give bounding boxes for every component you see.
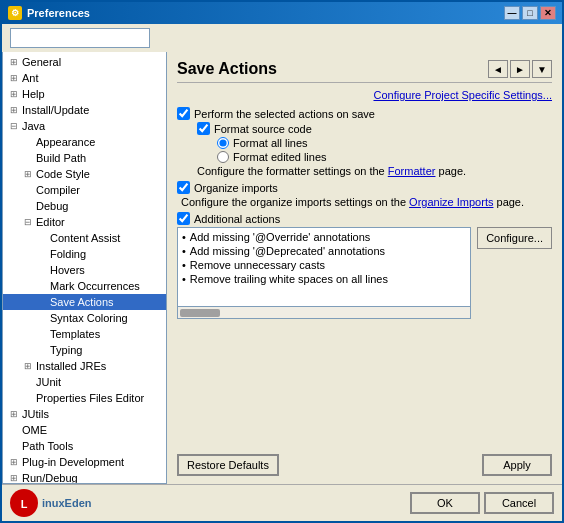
organize-imports-info-prefix: Configure the organize imports settings … <box>181 196 409 208</box>
expand-icon-typing <box>35 343 49 357</box>
horizontal-scrollbar[interactable] <box>177 307 471 319</box>
expand-icon-syntax-coloring <box>35 311 49 325</box>
scrollbar-thumb <box>180 309 220 317</box>
preferences-window: ⚙ Preferences — □ ✕ ⊞ General ⊞ Ant <box>0 0 564 523</box>
additional-actions-row: Additional actions <box>177 212 552 225</box>
organize-imports-info-suffix: page. <box>493 196 524 208</box>
formatter-info-text: Configure the formatter settings on the … <box>197 165 552 177</box>
action-item-4-text: Remove trailing white spaces on all line… <box>190 273 388 285</box>
maximize-button[interactable]: □ <box>522 6 538 20</box>
perform-on-save-row: Perform the selected actions on save <box>177 107 552 120</box>
expand-icon-appearance <box>21 135 35 149</box>
action-item-2-text: Add missing '@Deprecated' annotations <box>190 245 385 257</box>
expand-icon-plug-in-development: ⊞ <box>7 455 21 469</box>
expand-icon-ome <box>7 423 21 437</box>
format-source-code-checkbox[interactable] <box>197 122 210 135</box>
format-all-lines-radio[interactable] <box>217 137 229 149</box>
sidebar-item-code-style[interactable]: ⊞ Code Style <box>3 166 166 182</box>
organize-imports-info-text: Configure the organize imports settings … <box>181 196 552 208</box>
sidebar-item-appearance[interactable]: Appearance <box>3 134 166 150</box>
panel-toolbar: ◄ ► ▼ <box>488 60 552 78</box>
search-input[interactable] <box>10 28 150 48</box>
organize-imports-checkbox[interactable] <box>177 181 190 194</box>
sidebar-item-compiler[interactable]: Compiler <box>3 182 166 198</box>
cancel-button[interactable]: Cancel <box>484 492 554 514</box>
additional-actions-label: Additional actions <box>194 213 280 225</box>
format-source-section: Format source code Format all lines Form… <box>197 122 552 177</box>
formatter-info-suffix: page. <box>435 165 466 177</box>
panel-title: Save Actions <box>177 60 277 78</box>
restore-defaults-button[interactable]: Restore Defaults <box>177 454 279 476</box>
sidebar-item-install-update[interactable]: ⊞ Install/Update <box>3 102 166 118</box>
sidebar-item-editor[interactable]: ⊟ Editor <box>3 214 166 230</box>
logo-svg: L <box>10 489 38 517</box>
sidebar-item-content-assist[interactable]: Content Assist <box>3 230 166 246</box>
action-item-3: Remove unnecessary casts <box>180 258 468 272</box>
sidebar-item-run-debug[interactable]: ⊞ Run/Debug <box>3 470 166 484</box>
additional-actions-content: Add missing '@Override' annotations Add … <box>177 227 552 319</box>
sidebar-item-debug[interactable]: Debug <box>3 198 166 214</box>
sidebar-item-path-tools[interactable]: Path Tools <box>3 438 166 454</box>
sidebar-item-typing[interactable]: Typing <box>3 342 166 358</box>
close-button[interactable]: ✕ <box>540 6 556 20</box>
sidebar-item-general[interactable]: ⊞ General <box>3 54 166 70</box>
format-edited-lines-radio[interactable] <box>217 151 229 163</box>
configure-project-link-container: Configure Project Specific Settings... <box>177 89 552 101</box>
sidebar-item-ome[interactable]: OME <box>3 422 166 438</box>
expand-icon-install-update: ⊞ <box>7 103 21 117</box>
menu-button[interactable]: ▼ <box>532 60 552 78</box>
sidebar-item-help[interactable]: ⊞ Help <box>3 86 166 102</box>
expand-icon-junit <box>21 375 35 389</box>
format-all-lines-row: Format all lines <box>217 137 552 149</box>
organize-imports-row: Organize imports <box>177 181 552 194</box>
expand-icon-templates <box>35 327 49 341</box>
expand-icon-help: ⊞ <box>7 87 21 101</box>
additional-actions-checkbox[interactable] <box>177 212 190 225</box>
titlebar: ⚙ Preferences — □ ✕ <box>2 2 562 24</box>
sidebar-item-plug-in-development[interactable]: ⊞ Plug-in Development <box>3 454 166 470</box>
expand-icon-build-path <box>21 151 35 165</box>
ok-button[interactable]: OK <box>410 492 480 514</box>
sidebar-item-folding[interactable]: Folding <box>3 246 166 262</box>
window-title: Preferences <box>27 7 504 19</box>
format-all-lines-label: Format all lines <box>233 137 308 149</box>
expand-icon-java: ⊟ <box>7 119 21 133</box>
expand-icon-debug <box>21 199 35 213</box>
minimize-button[interactable]: — <box>504 6 520 20</box>
sidebar-item-properties-files-editor[interactable]: Properties Files Editor <box>3 390 166 406</box>
search-bar <box>2 24 562 52</box>
expand-icon-properties-files-editor <box>21 391 35 405</box>
apply-button[interactable]: Apply <box>482 454 552 476</box>
sidebar-item-build-path[interactable]: Build Path <box>3 150 166 166</box>
sidebar-item-jutils[interactable]: ⊞ JUtils <box>3 406 166 422</box>
sidebar-item-templates[interactable]: Templates <box>3 326 166 342</box>
restore-apply-bar: Restore Defaults Apply <box>177 448 552 476</box>
action-item-4: Remove trailing white spaces on all line… <box>180 272 468 286</box>
expand-icon-installed-jres: ⊞ <box>21 359 35 373</box>
svg-text:L: L <box>21 498 28 510</box>
action-item-3-text: Remove unnecessary casts <box>190 259 325 271</box>
formatter-link[interactable]: Formatter <box>388 165 436 177</box>
configure-project-link[interactable]: Configure Project Specific Settings... <box>373 89 552 101</box>
expand-icon-hovers <box>35 263 49 277</box>
panel-header: Save Actions ◄ ► ▼ <box>177 60 552 83</box>
sidebar-item-junit[interactable]: JUnit <box>3 374 166 390</box>
window-icon: ⚙ <box>8 6 22 20</box>
expand-icon-save-actions <box>35 295 49 309</box>
back-button[interactable]: ◄ <box>488 60 508 78</box>
sidebar-item-mark-occurrences[interactable]: Mark Occurrences <box>3 278 166 294</box>
organize-imports-link[interactable]: Organize Imports <box>409 196 493 208</box>
sidebar-item-syntax-coloring[interactable]: Syntax Coloring <box>3 310 166 326</box>
forward-button[interactable]: ► <box>510 60 530 78</box>
perform-on-save-checkbox[interactable] <box>177 107 190 120</box>
sidebar-item-java[interactable]: ⊟ Java <box>3 118 166 134</box>
sidebar-item-save-actions[interactable]: Save Actions <box>3 294 166 310</box>
action-item-1: Add missing '@Override' annotations <box>180 230 468 244</box>
sidebar-item-hovers[interactable]: Hovers <box>3 262 166 278</box>
configure-button[interactable]: Configure... <box>477 227 552 249</box>
right-panel: Save Actions ◄ ► ▼ Configure Project Spe… <box>167 52 562 484</box>
bottom-dialog-buttons: OK Cancel <box>410 492 554 514</box>
sidebar-item-installed-jres[interactable]: ⊞ Installed JREs <box>3 358 166 374</box>
expand-icon-run-debug: ⊞ <box>7 471 21 484</box>
sidebar-item-ant[interactable]: ⊞ Ant <box>3 70 166 86</box>
